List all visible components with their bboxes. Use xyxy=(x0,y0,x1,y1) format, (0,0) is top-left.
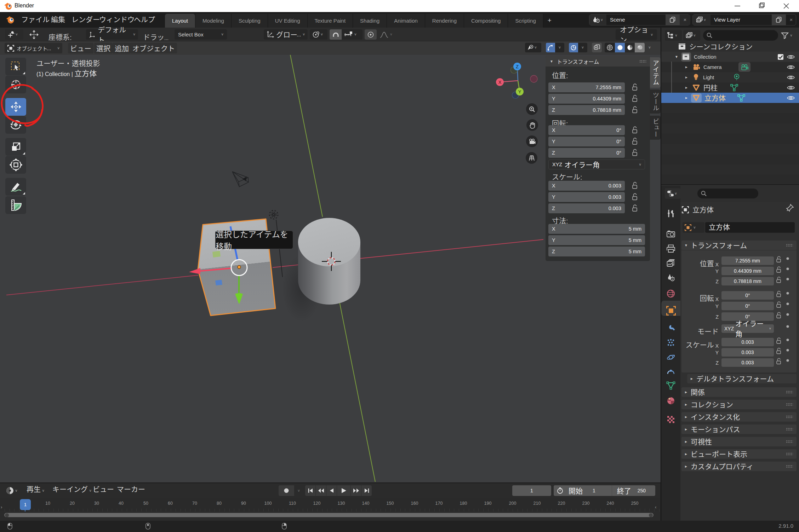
svg-text:Y: Y xyxy=(518,89,521,94)
svg-text:Z: Z xyxy=(516,64,519,69)
svg-text:X: X xyxy=(498,80,502,85)
